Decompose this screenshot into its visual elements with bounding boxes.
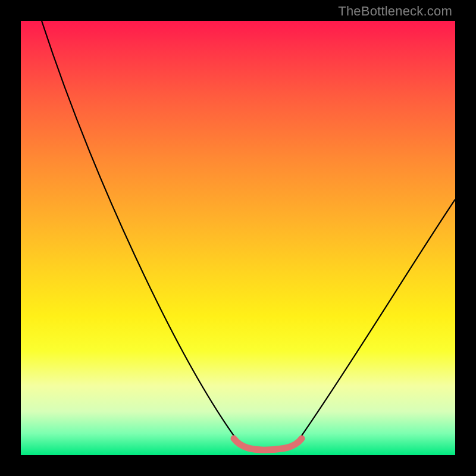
bottleneck-curve-path — [42, 21, 455, 450]
plot-border-bottom — [0, 455, 476, 476]
bottleneck-chart — [21, 21, 455, 455]
optimum-region-marker — [234, 439, 302, 450]
plot-border-left — [0, 0, 21, 476]
watermark-text: TheBottleneck.com — [338, 4, 452, 19]
plot-border-right — [455, 0, 476, 476]
bottleneck-curve-svg — [21, 21, 455, 455]
